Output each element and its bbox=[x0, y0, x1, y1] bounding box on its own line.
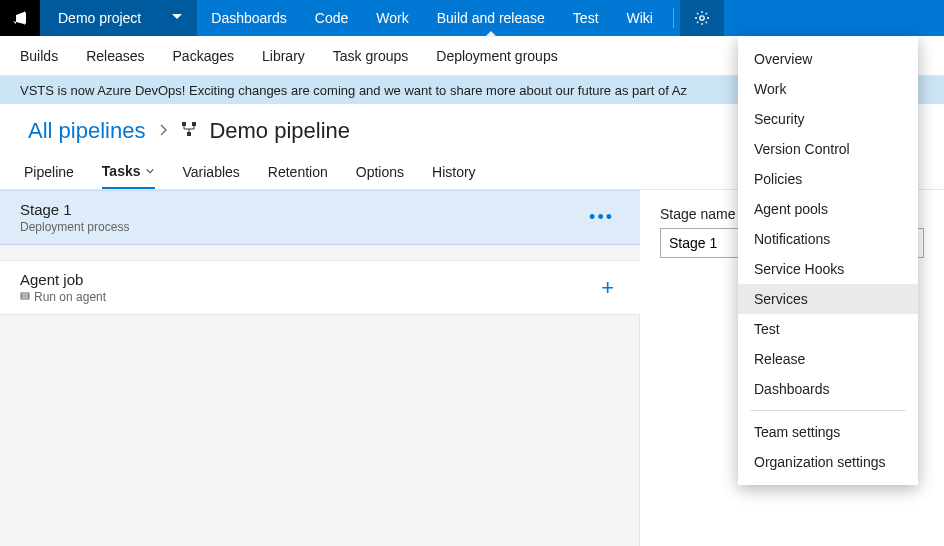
project-name: Demo project bbox=[58, 10, 141, 26]
settings-test[interactable]: Test bbox=[738, 314, 918, 344]
settings-security[interactable]: Security bbox=[738, 104, 918, 134]
subnav-deployment-groups[interactable]: Deployment groups bbox=[436, 48, 557, 64]
settings-release[interactable]: Release bbox=[738, 344, 918, 374]
settings-service-hooks[interactable]: Service Hooks bbox=[738, 254, 918, 284]
settings-work[interactable]: Work bbox=[738, 74, 918, 104]
job-subtitle: Run on agent bbox=[20, 290, 106, 304]
subnav-builds[interactable]: Builds bbox=[20, 48, 58, 64]
azure-devops-logo[interactable] bbox=[0, 0, 40, 36]
page-title: Demo pipeline bbox=[209, 118, 350, 144]
tab-pipeline[interactable]: Pipeline bbox=[24, 154, 74, 189]
settings-menu: OverviewWorkSecurityVersion ControlPolic… bbox=[738, 36, 918, 485]
settings-button[interactable] bbox=[680, 0, 724, 36]
settings-version-control[interactable]: Version Control bbox=[738, 134, 918, 164]
settings-agent-pools[interactable]: Agent pools bbox=[738, 194, 918, 224]
topnav-test[interactable]: Test bbox=[559, 0, 613, 36]
svg-rect-2 bbox=[192, 122, 196, 126]
settings-dashboards[interactable]: Dashboards bbox=[738, 374, 918, 404]
svg-point-0 bbox=[700, 16, 704, 20]
subnav-packages[interactable]: Packages bbox=[173, 48, 234, 64]
settings-policies[interactable]: Policies bbox=[738, 164, 918, 194]
chevron-down-icon bbox=[141, 163, 155, 179]
breadcrumb-all-pipelines[interactable]: All pipelines bbox=[28, 118, 145, 144]
settings-team-settings[interactable]: Team settings bbox=[738, 417, 918, 447]
menu-divider bbox=[750, 410, 906, 411]
topnav-build-and-release[interactable]: Build and release bbox=[423, 0, 559, 36]
add-task-button[interactable]: + bbox=[595, 275, 620, 301]
svg-rect-1 bbox=[182, 122, 186, 126]
subnav-task-groups[interactable]: Task groups bbox=[333, 48, 408, 64]
job-name: Agent job bbox=[20, 271, 106, 288]
tab-history[interactable]: History bbox=[432, 154, 476, 189]
stage-more-button[interactable]: ••• bbox=[583, 207, 620, 228]
svg-rect-3 bbox=[187, 132, 191, 136]
subnav-library[interactable]: Library bbox=[262, 48, 305, 64]
stage-subtitle: Deployment process bbox=[20, 220, 129, 234]
agent-icon bbox=[20, 292, 30, 302]
project-selector[interactable]: Demo project bbox=[40, 0, 197, 36]
separator bbox=[673, 8, 674, 28]
tab-options[interactable]: Options bbox=[356, 154, 404, 189]
topnav-code[interactable]: Code bbox=[301, 0, 362, 36]
svg-rect-4 bbox=[21, 293, 29, 299]
settings-notifications[interactable]: Notifications bbox=[738, 224, 918, 254]
chevron-down-icon bbox=[171, 10, 183, 26]
topnav-work[interactable]: Work bbox=[362, 0, 422, 36]
chevron-right-icon bbox=[157, 122, 169, 140]
topnav-wiki[interactable]: Wiki bbox=[613, 0, 667, 36]
spacer bbox=[0, 245, 640, 261]
stage-name: Stage 1 bbox=[20, 201, 129, 218]
top-nav-links: DashboardsCodeWorkBuild and releaseTestW… bbox=[197, 0, 667, 36]
tab-tasks[interactable]: Tasks bbox=[102, 154, 155, 189]
settings-services[interactable]: Services bbox=[738, 284, 918, 314]
tab-retention[interactable]: Retention bbox=[268, 154, 328, 189]
job-card[interactable]: Agent job Run on agent + bbox=[0, 261, 640, 315]
settings-overview[interactable]: Overview bbox=[738, 44, 918, 74]
empty-area bbox=[0, 315, 640, 546]
pipeline-icon bbox=[181, 121, 197, 141]
topnav-dashboards[interactable]: Dashboards bbox=[197, 0, 301, 36]
stage-card[interactable]: Stage 1 Deployment process ••• bbox=[0, 190, 640, 245]
tab-variables[interactable]: Variables bbox=[183, 154, 240, 189]
left-column: Stage 1 Deployment process ••• Agent job… bbox=[0, 190, 640, 546]
settings-organization-settings[interactable]: Organization settings bbox=[738, 447, 918, 477]
top-nav: Demo project DashboardsCodeWorkBuild and… bbox=[0, 0, 944, 36]
subnav-releases[interactable]: Releases bbox=[86, 48, 144, 64]
